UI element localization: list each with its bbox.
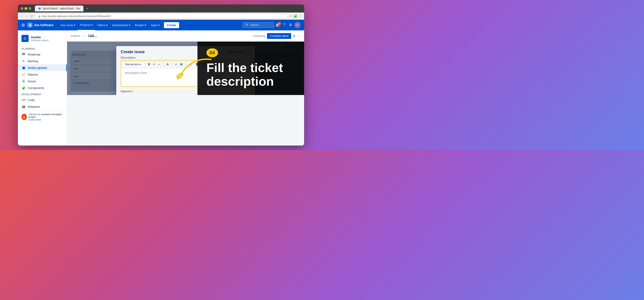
learn-more-link[interactable]: Learn more (28, 118, 63, 121)
complete-sprint-button[interactable]: Complete sprint (267, 33, 291, 39)
issues-icon: ☰ (22, 79, 26, 83)
more-options-icon[interactable]: ⋯ (297, 34, 300, 38)
roadmap-icon: 🗺 (22, 52, 26, 56)
bold-button[interactable]: B (147, 62, 152, 67)
remaining-label: remaining (253, 34, 265, 38)
new-tab-button[interactable]: + (86, 6, 88, 10)
address-bar-row: ‹ › ↺ 🔒 https://guidde.atlassian.net/jir… (18, 12, 304, 20)
toolbar-divider (145, 62, 145, 66)
sidebar-item-reports[interactable]: 📈 Reports (18, 71, 67, 78)
sidebar-item-roadmap[interactable]: 🗺 Roadmap (18, 51, 67, 58)
create-button[interactable]: Create (164, 22, 179, 28)
breadcrumb: Projects (71, 34, 80, 38)
text-style-label: Normal text (125, 63, 139, 66)
close-button[interactable] (20, 7, 23, 10)
arrow-annotation (175, 55, 215, 82)
chevron-down-icon: ▾ (140, 63, 141, 66)
annotation-title: Fill the ticket description (206, 61, 295, 88)
main-layout: G Guidde Software project Planning 🗺 Roa… (18, 30, 304, 146)
sidebar: G Guidde Software project Planning 🗺 Roa… (18, 30, 67, 146)
modal-overlay[interactable]: Create issue Import issues ⋯ Description (67, 42, 304, 95)
italic-button[interactable]: I (152, 62, 156, 67)
filters-nav[interactable]: Filters ▾ (95, 20, 110, 30)
sidebar-item-releases[interactable]: 📦 Releases (18, 103, 67, 110)
people-nav[interactable]: People ▾ (132, 20, 148, 30)
dashboards-nav[interactable]: Dashboards ▾ (110, 20, 132, 30)
search-box[interactable]: 🔍 Search (242, 22, 274, 28)
user-avatar[interactable]: G (294, 22, 300, 28)
back-button[interactable]: ‹ (20, 14, 23, 18)
active-sprints-label: Active sprints (28, 66, 47, 70)
board-title: Udi... (88, 34, 97, 38)
help-icon[interactable]: ? (282, 22, 287, 28)
top-navigation: ⊞ ◈ Jira Software Your work ▾ Projects ▾… (18, 20, 304, 30)
search-icon: 🔍 (246, 24, 249, 26)
planning-section-label: Planning (18, 46, 67, 51)
tab-bar: 🔷 Sprint Board - Agile Board - Jira + (18, 4, 304, 12)
issues-label: Issues (28, 80, 36, 83)
extension-icon[interactable]: 🧩 (294, 14, 298, 18)
sidebar-item-components[interactable]: 🧩 Components (18, 84, 67, 91)
project-info: G Guidde Software project (18, 33, 67, 46)
sidebar-item-active-sprints[interactable]: ▦ Active sprints (18, 64, 67, 71)
sidebar-item-code[interactable]: </> Code (18, 96, 67, 103)
releases-label: Releases (28, 105, 40, 108)
components-icon: 🧩 (22, 86, 26, 90)
backlog-icon: ≡ (22, 59, 26, 63)
share-icon[interactable]: ⎙ (293, 34, 295, 38)
reports-label: Reports (28, 73, 38, 76)
menu-icon[interactable]: ⋮ (299, 14, 302, 18)
active-sprints-icon: ▦ (22, 66, 26, 70)
modal-title: Create issue (121, 50, 145, 54)
project-icon: G (22, 35, 28, 42)
bottom-avatar: g (22, 114, 27, 120)
minimize-button[interactable] (24, 7, 27, 10)
app-name: Jira Software (34, 23, 54, 27)
board-actions: remaining Complete sprint ⎙ ⋯ (253, 33, 300, 39)
grid-menu-icon[interactable]: ⊞ (22, 22, 25, 28)
apps-nav[interactable]: Apps ▾ (148, 20, 162, 30)
content-area: Projects / Udi... remaining Complete spr… (67, 30, 304, 146)
address-bar[interactable]: 🔒 https://guidde.atlassian.net/jira/soft… (36, 14, 288, 18)
description-text: description here (125, 71, 147, 75)
sidebar-item-issues[interactable]: ☰ Issues (18, 78, 67, 84)
nav-icons: 🔔 1 ? ⚙ G (274, 22, 300, 28)
backlog-label: Backlog (28, 60, 38, 63)
code-label: Code (28, 98, 35, 102)
lock-icon: 🔒 (38, 15, 41, 18)
url-text: https://guidde.atlassian.net/jira/softwa… (42, 15, 111, 18)
code-icon: </> (22, 98, 26, 102)
board-container: 📊 Insights BACKLOG sync... col... use...… (67, 42, 304, 95)
text-style-dropdown[interactable]: Normal text ▾ (123, 62, 143, 67)
reports-icon: 📈 (22, 73, 26, 76)
jira-logo-icon: ◈ (28, 22, 32, 28)
active-tab[interactable]: 🔷 Sprint Board - Agile Board - Jira (35, 6, 84, 12)
forward-button[interactable]: › (25, 14, 28, 18)
settings-icon[interactable]: ⚙ (288, 22, 294, 28)
your-work-nav[interactable]: Your work ▾ (58, 20, 78, 30)
components-label: Components (28, 86, 44, 90)
project-name: Guidde (31, 36, 48, 39)
board-header: Projects / Udi... remaining Complete spr… (67, 30, 304, 42)
development-section-label: Development (18, 91, 67, 96)
releases-icon: 📦 (22, 105, 26, 108)
notifications-icon[interactable]: 🔔 1 (274, 22, 281, 28)
refresh-button[interactable]: ↺ (29, 14, 34, 18)
roadmap-label: Roadmap (28, 53, 40, 56)
app-content: ⊞ ◈ Jira Software Your work ▾ Projects ▾… (18, 20, 304, 146)
tab-title: Sprint Board - Agile Board - Jira (42, 7, 80, 10)
projects-nav[interactable]: Projects ▾ (78, 20, 95, 30)
toolbar-divider2 (163, 62, 164, 66)
maximize-button[interactable] (28, 7, 31, 10)
bookmark-icon[interactable]: ☆ (289, 14, 292, 18)
jira-favicon: 🔷 (38, 7, 41, 10)
sidebar-item-backlog[interactable]: ≡ Backlog (18, 58, 67, 64)
bookmark-area: ☆ 🧩 ⋮ (289, 14, 302, 18)
toolbar-divider3 (172, 62, 172, 66)
company-text: You're in a company-managed project (28, 113, 63, 118)
traffic-lights (20, 7, 31, 10)
project-type: Software project (31, 39, 48, 42)
text-color-button[interactable]: A (165, 62, 170, 67)
more-format-button[interactable]: ··· (156, 62, 162, 67)
jira-logo[interactable]: ◈ Jira Software (28, 22, 54, 28)
